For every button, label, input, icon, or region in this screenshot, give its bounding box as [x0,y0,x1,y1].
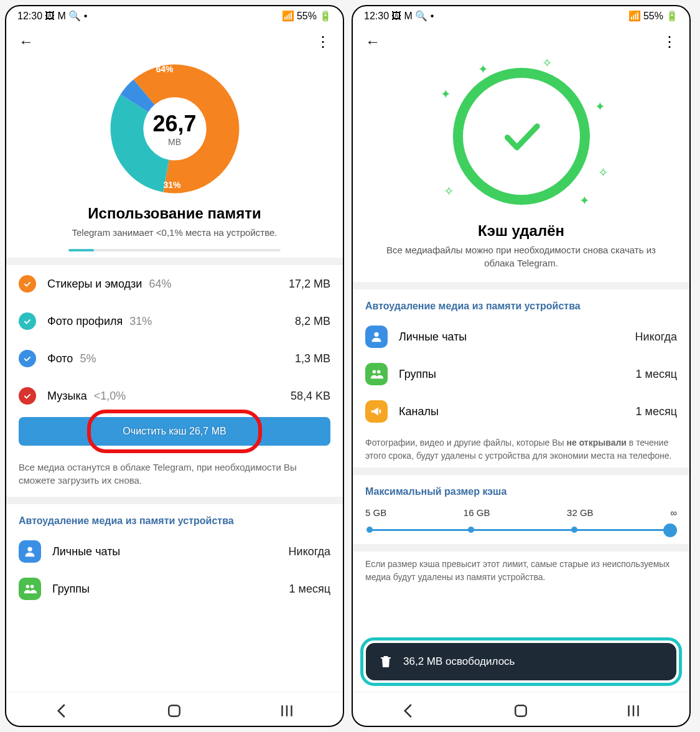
check-icon [19,350,36,367]
status-time: 12:30 [17,11,42,22]
cache-size: 1,3 MB [295,352,330,365]
list-row-private[interactable]: Личные чаты Никогда [6,533,343,570]
battery-icon: 🔋 [319,10,332,22]
content: 26,7 MB 64% 31% Использование памяти Tel… [6,55,343,692]
checkmark-icon [453,68,590,205]
svg-point-4 [27,547,32,551]
divider [353,544,689,551]
status-battery: 55% [297,11,317,22]
svg-rect-14 [516,705,527,716]
nav-home-icon[interactable] [511,705,530,717]
back-icon[interactable]: ← [19,33,34,50]
slider-label: ∞ [670,507,677,518]
donut-chart: 26,7 MB 64% 31% [6,55,343,200]
check-icon [19,275,36,293]
nav-recent-icon[interactable] [624,705,643,717]
status-icons-left: 🖼 M 🔍 • [391,10,434,22]
statusbar: 12:30🖼 M 🔍 • 📶55%🔋 [6,6,343,26]
more-icon[interactable]: ⋮ [315,33,330,50]
navbar [353,692,689,726]
group-icon [365,363,388,385]
donut-pct-0: 64% [156,64,174,74]
phone-right: 12:30🖼 M 🔍 • 📶55%🔋 ← ⋮ ✦ ✧ ✦ ✦ ✧ ✦ ✧ Кэш… [352,5,691,727]
section-title: Автоудаление медиа из памяти устройства [353,289,689,318]
divider [6,497,343,504]
autodelete-footnote: Фотографии, видео и другие файлы, которы… [353,430,689,467]
svg-point-6 [30,585,34,589]
cache-row[interactable]: Стикеры и эмодзи 64% 17,2 MB [19,265,330,303]
megaphone-icon [365,400,388,423]
list-value: Никогда [635,331,677,344]
device-progress [68,249,281,251]
success-animation: ✦ ✧ ✦ ✦ ✧ ✦ ✧ [353,55,689,217]
svg-point-11 [374,332,378,337]
list-value: 1 месяц [289,583,330,596]
page-subtitle: Все медиафайлы можно при необходимости с… [353,240,689,273]
divider [353,467,689,475]
cache-row[interactable]: Музыка <1,0% 58,4 KB [19,377,330,415]
clear-cache-button[interactable]: Очистить кэш 26,7 MB [19,417,330,446]
toast: 36,2 MB освободилось [366,643,676,680]
cache-size: 17,2 MB [289,278,330,291]
list-value: Никогда [289,545,330,558]
check-icon [19,387,36,405]
slider-thumb[interactable] [663,523,677,537]
cache-size-slider[interactable]: 5 GB 16 GB 32 GB ∞ [353,504,689,544]
group-icon [19,578,41,600]
list-label: Личные чаты [52,545,289,558]
cache-row[interactable]: Фото 5% 1,3 MB [19,340,330,377]
phone-left: 12:30🖼 M 🔍 • 📶55%🔋 ← ⋮ 26,7 MB 64% 31% [5,5,344,727]
cache-label: Музыка <1,0% [47,390,291,403]
page-subtitle: Telegram занимает <0,1% места на устройс… [6,222,343,243]
cache-label: Фото 5% [47,352,295,365]
person-icon [365,326,388,348]
donut-unit: MB [152,137,196,147]
header: ← ⋮ [6,26,343,55]
slider-label: 32 GB [567,507,594,518]
content: ✦ ✧ ✦ ✦ ✧ ✦ ✧ Кэш удалён Все медиафайлы … [353,55,689,692]
divider [353,282,689,289]
donut-pct-1: 31% [164,180,181,190]
battery-icon: 🔋 [666,10,678,22]
list-label: Каналы [399,405,636,418]
note-text: Все медиа останутся в облаке Telegram, п… [6,454,343,497]
list-row-channels[interactable]: Каналы 1 месяц [353,393,689,430]
status-battery: 55% [643,11,663,22]
nav-back-icon[interactable] [53,705,72,717]
section-title: Максимальный размер кэша [353,475,689,504]
page-title: Использование памяти [6,205,343,222]
nav-home-icon[interactable] [165,705,184,717]
page-title: Кэш удалён [353,222,689,240]
nav-back-icon[interactable] [399,705,418,717]
svg-point-5 [26,585,30,589]
cache-label: Стикеры и эмодзи 64% [47,278,289,291]
divider [6,258,343,265]
list-row-private[interactable]: Личные чаты Никогда [353,318,689,355]
list-value: 1 месяц [636,405,677,418]
status-icons-right: 📶 [282,10,294,22]
person-icon [19,540,41,563]
slider-label: 5 GB [365,507,386,518]
toast-text: 36,2 MB освободилось [403,655,515,668]
svg-rect-7 [169,705,180,716]
statusbar: 12:30🖼 M 🔍 • 📶55%🔋 [353,6,689,26]
slider-label: 16 GB [464,507,490,518]
status-icons-right: 📶 [628,10,641,22]
list-row-groups[interactable]: Группы 1 месяц [6,570,343,608]
svg-point-13 [377,370,381,374]
section-title: Автоудаление медиа из памяти устройства [6,504,343,533]
donut-value: 26,7 [152,111,196,137]
back-icon[interactable]: ← [365,33,380,50]
list-label: Группы [52,583,289,596]
more-icon[interactable]: ⋮ [662,33,677,50]
check-icon [19,312,36,330]
list-label: Личные чаты [399,331,635,344]
cache-row[interactable]: Фото профиля 31% 8,2 MB [19,303,330,340]
cache-size: 8,2 MB [295,315,330,328]
cache-label: Фото профиля 31% [47,315,295,328]
cache-size: 58,4 KB [291,390,330,403]
nav-recent-icon[interactable] [278,705,296,717]
cache-list: Стикеры и эмодзи 64% 17,2 MB Фото профил… [6,265,343,415]
list-row-groups[interactable]: Группы 1 месяц [353,355,689,393]
cache-size-footnote: Если размер кэша превысит этот лимит, са… [353,551,689,589]
